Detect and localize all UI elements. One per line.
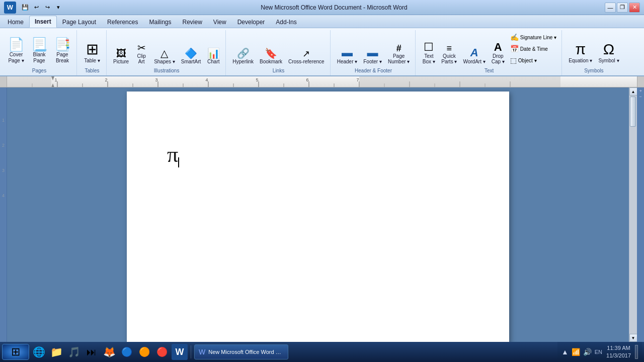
blank-page-icon: 📃	[31, 38, 47, 51]
taskbar-app2[interactable]: 🔴	[154, 344, 170, 360]
wordart-button[interactable]: A WordArt ▾	[460, 46, 488, 66]
illustrations-group-label: Illustrations	[111, 67, 222, 75]
quick-parts-button[interactable]: ≡ QuickParts ▾	[439, 42, 459, 66]
tab-page-layout[interactable]: Page Layout	[57, 16, 102, 28]
tray-arrow[interactable]: ▲	[561, 348, 569, 356]
clip-art-button[interactable]: ✂ ClipArt	[132, 41, 150, 66]
object-label: Object ▾	[518, 58, 537, 63]
taskbar-chrome[interactable]: 🔵	[119, 344, 135, 360]
page-num-1: 1	[2, 118, 5, 123]
tab-insert[interactable]: Insert	[29, 16, 57, 28]
minimize-button[interactable]: —	[605, 3, 616, 13]
redo-quick-btn[interactable]: ↪	[42, 3, 52, 13]
tray-volume[interactable]: 🔊	[583, 348, 592, 356]
scroll-thumb[interactable]	[630, 97, 636, 127]
taskbar-ie[interactable]: 🌐	[31, 344, 47, 360]
chart-label: Chart	[207, 59, 219, 64]
start-button[interactable]: ⊞	[2, 344, 29, 360]
page-break-icon: 📑	[54, 38, 70, 51]
cross-reference-icon: ↗	[302, 49, 310, 58]
svg-text:1: 1	[54, 77, 57, 82]
customize-quick-btn[interactable]: ▾	[53, 3, 63, 13]
cross-reference-button[interactable]: ↗ Cross-reference	[286, 48, 327, 66]
signature-line-button[interactable]: ✍ Signature Line ▾	[508, 32, 558, 43]
header-button[interactable]: ▬ Header ▾	[335, 46, 360, 66]
ribbon-tabs: Home Insert Page Layout References Maili…	[0, 15, 644, 28]
taskbar-media[interactable]: 🎵	[66, 344, 82, 360]
taskbar-word[interactable]: W	[172, 344, 188, 360]
equation-button[interactable]: π Equation ▾	[566, 40, 595, 66]
text-side-buttons: ✍ Signature Line ▾ 📅 Date & Time ⬚ Objec…	[508, 32, 558, 66]
taskbar-explorer[interactable]: 📁	[48, 344, 64, 360]
smartart-icon: 🔷	[185, 48, 197, 58]
tab-developer[interactable]: Developer	[232, 16, 271, 28]
clock[interactable]: 11:39 AM 11/3/2017	[606, 344, 631, 360]
date-time-button[interactable]: 📅 Date & Time	[508, 43, 558, 54]
symbol-button[interactable]: Ω Symbol ▾	[596, 40, 621, 66]
links-group-label: Links	[230, 67, 327, 75]
object-button[interactable]: ⬚ Object ▾	[508, 55, 558, 66]
notification-area: ▲ 📶 🔊 EN	[561, 348, 602, 356]
document-content[interactable]: π	[137, 102, 499, 208]
tray-keyboard: EN	[595, 349, 602, 355]
page-number-button[interactable]: # PageNumber ▾	[385, 42, 412, 66]
clip-art-label: ClipArt	[137, 53, 146, 64]
page-num-4: 4	[2, 193, 5, 198]
restore-button[interactable]: ❐	[617, 3, 628, 13]
show-desktop-button[interactable]	[635, 345, 638, 359]
header-label: Header ▾	[337, 59, 358, 64]
ruler-main: 1 2 3 4 5 6 7	[7, 76, 637, 87]
equation-label: Equation ▾	[569, 58, 592, 64]
vertical-scrollbar[interactable]: ▲ ▼	[629, 87, 637, 342]
tab-references[interactable]: References	[102, 16, 143, 28]
picture-button[interactable]: 🖼 Picture	[111, 47, 131, 66]
tab-review[interactable]: Review	[177, 16, 207, 28]
ribbon-group-pages: 📄 CoverPage ▾ 📃 BlankPage 📑 PageBreak Pa…	[2, 30, 77, 75]
page-break-button[interactable]: 📑 PageBreak	[51, 36, 73, 66]
wordart-icon: A	[470, 47, 478, 58]
text-box-button[interactable]: ☐ TextBox ▾	[420, 40, 438, 66]
ruler-right-margin	[637, 76, 644, 87]
bookmark-button[interactable]: 🔖 Bookmark	[257, 47, 285, 66]
scroll-down-button[interactable]: ▼	[629, 334, 637, 342]
shapes-button[interactable]: △ Shapes ▾	[151, 47, 178, 66]
taskbar-prev[interactable]: ⏭	[84, 344, 100, 360]
symbol-label: Symbol ▾	[598, 58, 619, 64]
view-control[interactable]: +	[638, 89, 643, 92]
smartart-button[interactable]: 🔷 SmartArt	[179, 47, 203, 66]
tab-home[interactable]: Home	[2, 16, 29, 28]
close-button[interactable]: ✕	[629, 3, 640, 13]
taskbar-firefox[interactable]: 🦊	[101, 344, 117, 360]
window-controls: — ❐ ✕	[605, 3, 640, 13]
drop-cap-button[interactable]: A DropCap ▾	[489, 40, 507, 66]
taskbar-app1[interactable]: 🟠	[136, 344, 152, 360]
tab-mailings[interactable]: Mailings	[143, 16, 177, 28]
active-window-button[interactable]: W New Microsoft Office Word Doc...	[194, 344, 288, 359]
chart-button[interactable]: 📊 Chart	[204, 47, 222, 66]
scroll-track[interactable]	[629, 96, 637, 334]
document-scroll-area[interactable]: π	[7, 87, 629, 342]
bookmark-label: Bookmark	[260, 59, 282, 64]
pages-buttons: 📄 CoverPage ▾ 📃 BlankPage 📑 PageBreak	[5, 31, 73, 67]
save-quick-btn[interactable]: 💾	[20, 3, 30, 13]
clock-time: 11:39 AM	[606, 344, 631, 352]
scroll-up-button[interactable]: ▲	[629, 87, 637, 96]
active-window-title: New Microsoft Office Word Doc...	[208, 349, 284, 355]
undo-quick-btn[interactable]: ↩	[31, 3, 41, 13]
tray-network[interactable]: 📶	[572, 348, 580, 356]
links-buttons: 🔗 Hyperlink 🔖 Bookmark ↗ Cross-reference	[230, 31, 327, 67]
clock-date: 11/3/2017	[606, 352, 631, 359]
ruler: 1 2 3 4 5 6 7	[0, 76, 644, 87]
table-button[interactable]: ⊞ Table ▾	[81, 40, 103, 66]
blank-page-button[interactable]: 📃 BlankPage	[28, 36, 50, 66]
signature-line-icon: ✍	[510, 33, 519, 41]
quick-parts-label: QuickParts ▾	[441, 53, 457, 64]
view-control-2[interactable]: −	[639, 94, 641, 99]
cover-page-button[interactable]: 📄 CoverPage ▾	[5, 36, 27, 66]
tab-add-ins[interactable]: Add-Ins	[270, 16, 302, 28]
footer-button[interactable]: ▬ Footer ▾	[361, 46, 384, 66]
tab-view[interactable]: View	[208, 16, 232, 28]
shapes-label: Shapes ▾	[154, 59, 175, 64]
ribbon-group-tables: ⊞ Table ▾ Tables	[78, 30, 107, 75]
hyperlink-button[interactable]: 🔗 Hyperlink	[230, 47, 256, 66]
